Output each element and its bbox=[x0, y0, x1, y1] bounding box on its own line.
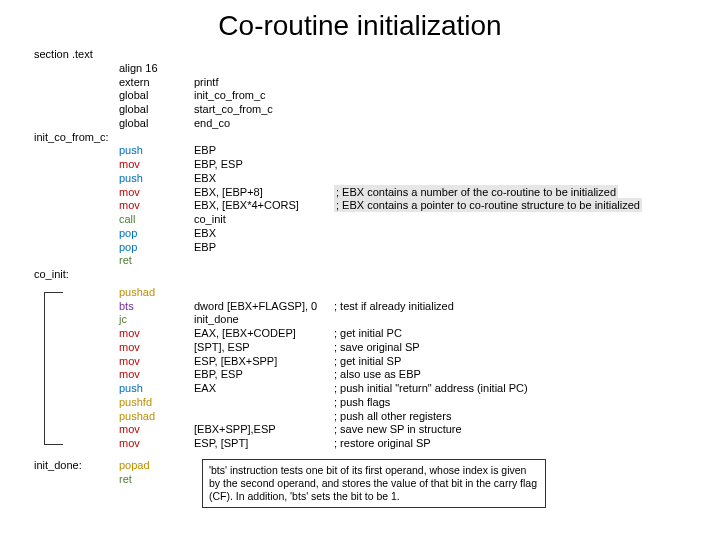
instruction: global bbox=[119, 117, 194, 131]
operands: EBX, [EBP+8] bbox=[194, 186, 334, 200]
operands: init_done bbox=[194, 313, 334, 327]
comment bbox=[334, 62, 690, 76]
operands: [EBX+SPP],ESP bbox=[194, 423, 334, 437]
instruction: call bbox=[119, 213, 194, 227]
comment: ; EBX contains a number of the co-routin… bbox=[334, 186, 690, 200]
instruction: ret bbox=[119, 254, 194, 268]
instruction: mov bbox=[119, 437, 194, 451]
comment bbox=[334, 172, 690, 186]
instruction: push bbox=[119, 382, 194, 396]
operands bbox=[194, 396, 334, 410]
operands: dword [EBX+FLAGSP], 0 bbox=[194, 300, 334, 314]
operands: [SPT], ESP bbox=[194, 341, 334, 355]
instruction: pushfd bbox=[119, 396, 194, 410]
operands: ESP, [SPT] bbox=[194, 437, 334, 451]
operands: EBP, ESP bbox=[194, 368, 334, 382]
operands: EBP bbox=[194, 241, 334, 255]
bts-note: 'bts' instruction tests one bit of its f… bbox=[202, 459, 546, 508]
instruction: pushad bbox=[119, 410, 194, 424]
instruction: mov bbox=[119, 186, 194, 200]
operands: end_co bbox=[194, 117, 334, 131]
operands: EBX bbox=[194, 172, 334, 186]
page-title: Co-routine initialization bbox=[0, 0, 720, 48]
comment: ; save new SP in structure bbox=[334, 423, 690, 437]
instruction: global bbox=[119, 89, 194, 103]
instruction: mov bbox=[119, 355, 194, 369]
label-init-done: init_done: bbox=[34, 459, 119, 473]
operands bbox=[194, 254, 334, 268]
comment: ; get initial PC bbox=[334, 327, 690, 341]
operands: EBP bbox=[194, 144, 334, 158]
comment: ; save original SP bbox=[334, 341, 690, 355]
operands bbox=[194, 286, 334, 300]
instruction: global bbox=[119, 103, 194, 117]
brace-icon bbox=[44, 292, 63, 445]
instruction: mov bbox=[119, 158, 194, 172]
instruction: push bbox=[119, 144, 194, 158]
instruction: push bbox=[119, 172, 194, 186]
operands: ESP, [EBX+SPP] bbox=[194, 355, 334, 369]
comment bbox=[334, 241, 690, 255]
operands: start_co_from_c bbox=[194, 103, 334, 117]
operands: EAX, [EBX+CODEP] bbox=[194, 327, 334, 341]
comment bbox=[334, 158, 690, 172]
comment bbox=[334, 313, 690, 327]
label-co-init: co_init: bbox=[34, 268, 119, 282]
operands: EBX, [EBX*4+CORS] bbox=[194, 199, 334, 213]
operands: EBP, ESP bbox=[194, 158, 334, 172]
comment: ; push initial "return" address (initial… bbox=[334, 382, 690, 396]
section-directive: section .text bbox=[34, 48, 119, 62]
operands: EAX bbox=[194, 382, 334, 396]
instruction: jc bbox=[119, 313, 194, 327]
comment bbox=[334, 144, 690, 158]
comment: ; get initial SP bbox=[334, 355, 690, 369]
operands: EBX bbox=[194, 227, 334, 241]
operands: co_init bbox=[194, 213, 334, 227]
instruction: ret bbox=[119, 473, 194, 487]
operands: printf bbox=[194, 76, 334, 90]
comment: ; also use as EBP bbox=[334, 368, 690, 382]
comment bbox=[334, 227, 690, 241]
instruction: mov bbox=[119, 368, 194, 382]
instruction: popad bbox=[119, 459, 194, 473]
instruction: bts bbox=[119, 300, 194, 314]
operands bbox=[194, 62, 334, 76]
comment: ; push flags bbox=[334, 396, 690, 410]
comment bbox=[334, 76, 690, 90]
comment bbox=[334, 103, 690, 117]
instruction: pushad bbox=[119, 286, 194, 300]
comment: ; EBX contains a pointer to co-routine s… bbox=[334, 199, 690, 213]
instruction: align 16 bbox=[119, 62, 194, 76]
comment bbox=[334, 117, 690, 131]
instruction: extern bbox=[119, 76, 194, 90]
instruction: mov bbox=[119, 341, 194, 355]
instruction: mov bbox=[119, 199, 194, 213]
instruction: mov bbox=[119, 423, 194, 437]
operands: init_co_from_c bbox=[194, 89, 334, 103]
comment bbox=[334, 286, 690, 300]
comment: ; test if already initialized bbox=[334, 300, 690, 314]
comment bbox=[334, 254, 690, 268]
instruction: pop bbox=[119, 241, 194, 255]
code-block: section .text align 16externprintfglobal… bbox=[0, 48, 720, 508]
label-init-co-from-c: init_co_from_c: bbox=[34, 131, 119, 145]
instruction: pop bbox=[119, 227, 194, 241]
operands bbox=[194, 410, 334, 424]
comment: ; push all other registers bbox=[334, 410, 690, 424]
comment bbox=[334, 89, 690, 103]
comment: ; restore original SP bbox=[334, 437, 690, 451]
instruction: mov bbox=[119, 327, 194, 341]
comment bbox=[334, 213, 690, 227]
